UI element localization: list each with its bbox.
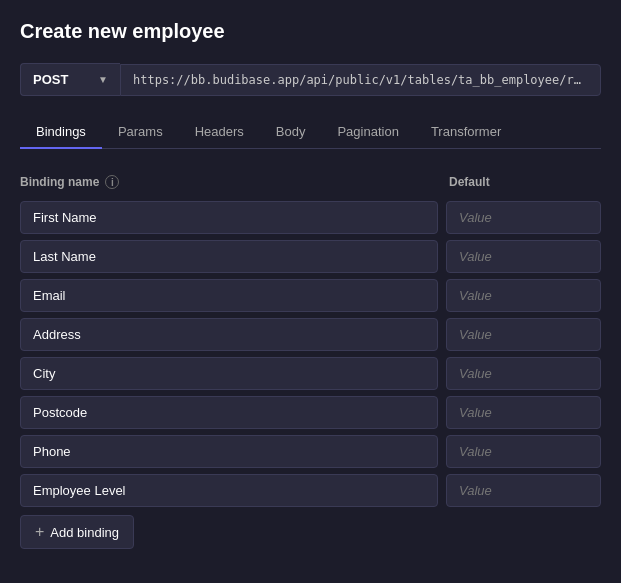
info-icon[interactable]: i [105,175,119,189]
table-header: Binding name i Default [20,169,601,195]
binding-default-input[interactable] [446,474,601,507]
table-row [20,396,601,429]
table-row [20,318,601,351]
table-row [20,279,601,312]
tab-bindings[interactable]: Bindings [20,116,102,149]
binding-default-input[interactable] [446,318,601,351]
tabs-bar: Bindings Params Headers Body Pagination … [20,116,601,149]
table-row [20,474,601,507]
table-row [20,201,601,234]
page-title: Create new employee [20,20,601,43]
binding-name-input[interactable] [20,240,438,273]
binding-default-input[interactable] [446,201,601,234]
url-input[interactable]: https://bb.budibase.app/api/public/v1/ta… [120,64,601,96]
binding-rows-container [20,201,601,507]
binding-name-input[interactable] [20,396,438,429]
tab-params[interactable]: Params [102,116,179,149]
method-dropdown[interactable]: POST ▼ [20,63,120,96]
binding-name-input[interactable] [20,357,438,390]
binding-name-input[interactable] [20,279,438,312]
plus-icon: + [35,524,44,540]
tab-body[interactable]: Body [260,116,322,149]
table-row [20,357,601,390]
tab-pagination[interactable]: Pagination [321,116,414,149]
add-binding-label: Add binding [50,525,119,540]
binding-default-input[interactable] [446,396,601,429]
binding-default-input[interactable] [446,435,601,468]
url-bar: POST ▼ https://bb.budibase.app/api/publi… [20,63,601,96]
col-header-default: Default [441,175,601,189]
bindings-table: Binding name i Default + Add binding [20,169,601,549]
binding-name-input[interactable] [20,435,438,468]
method-label: POST [33,72,68,87]
table-row [20,435,601,468]
binding-name-input[interactable] [20,201,438,234]
binding-default-input[interactable] [446,357,601,390]
binding-name-input[interactable] [20,474,438,507]
binding-default-input[interactable] [446,240,601,273]
binding-name-input[interactable] [20,318,438,351]
table-row [20,240,601,273]
tab-headers[interactable]: Headers [179,116,260,149]
tab-transformer[interactable]: Transformer [415,116,517,149]
add-binding-button[interactable]: + Add binding [20,515,134,549]
binding-name-label: Binding name [20,175,99,189]
chevron-down-icon: ▼ [98,74,108,85]
col-header-binding-name: Binding name i [20,175,441,189]
binding-default-input[interactable] [446,279,601,312]
